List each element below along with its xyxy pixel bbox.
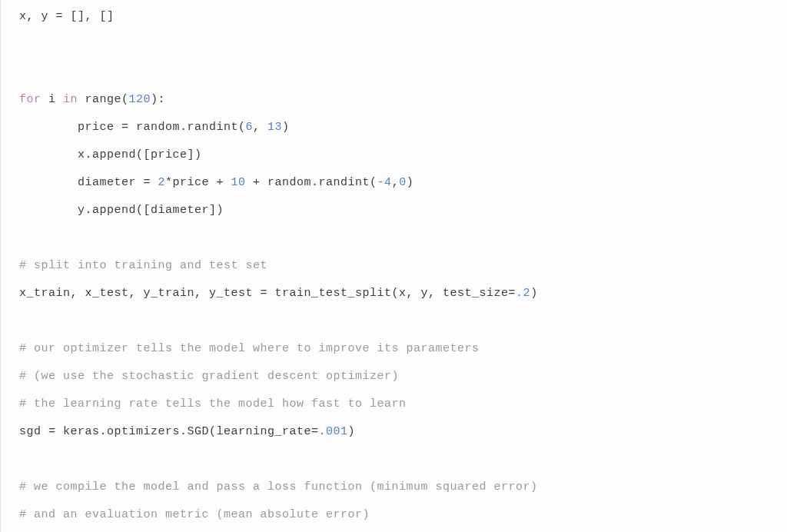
code-line: # the learning rate tells the model how … <box>19 391 787 418</box>
code-token: + random.randint( <box>246 176 377 189</box>
code-token: ) <box>348 425 356 438</box>
code-token: 13 <box>267 121 282 134</box>
code-line: # our optimizer tells the model where to… <box>19 335 787 363</box>
code-token: # the learning rate tells the model how … <box>19 397 407 411</box>
code-line <box>19 308 787 335</box>
code-line: x_train, x_test, y_train, y_test = train… <box>19 280 787 308</box>
code-token: .2 <box>516 287 530 300</box>
code-line: y.append([diameter]) <box>19 197 787 224</box>
code-line <box>19 446 787 474</box>
code-line: # (we use the stochastic gradient descen… <box>19 363 787 391</box>
code-line: diameter = 2*price + 10 + random.randint… <box>19 169 787 197</box>
code-token: ) <box>530 287 538 300</box>
code-line: # we compile the model and pass a loss f… <box>19 474 787 501</box>
code-line: # split into training and test set <box>19 252 787 280</box>
code-token: # and an evaluation metric (mean absolut… <box>19 508 370 521</box>
code-token: ) <box>407 176 414 189</box>
code-token: # our optimizer tells the model where to… <box>19 342 480 355</box>
code-token: 2 <box>158 176 166 189</box>
code-token: # we compile the model and pass a loss f… <box>19 480 538 494</box>
code-line: # and an evaluation metric (mean absolut… <box>19 501 787 529</box>
code-block: x, y = [], [] for i in range(120): price… <box>0 0 787 532</box>
code-line: for i in range(120): <box>19 86 787 114</box>
code-token: -4 <box>377 176 392 189</box>
code-token: # split into training and test set <box>19 259 267 272</box>
code-token: 120 <box>129 93 151 106</box>
code-token: x, y = [], [] <box>19 10 115 23</box>
code-line: x.append([price]) <box>19 141 787 169</box>
code-line <box>19 224 787 252</box>
code-token: *price + <box>165 176 231 189</box>
code-token: 10 <box>231 176 246 189</box>
code-token: x.append([price]) <box>19 148 202 161</box>
code-token: ) <box>282 121 290 134</box>
code-token: i <box>42 93 64 106</box>
code-token: # (we use the stochastic gradient descen… <box>19 370 399 383</box>
code-line <box>19 58 787 86</box>
code-token: , <box>253 121 267 134</box>
code-token: , <box>392 176 400 189</box>
code-line <box>19 31 787 58</box>
code-token: 6 <box>246 121 254 134</box>
code-line: x, y = [], [] <box>19 3 787 31</box>
code-token: x_train, x_test, y_train, y_test = train… <box>19 287 516 300</box>
code-token: price = random.randint( <box>19 121 246 134</box>
code-token: 0 <box>399 176 407 189</box>
code-line: model.compile(optimizer=sgd, loss='mse',… <box>19 529 787 532</box>
code-token: y.append([diameter]) <box>19 204 224 217</box>
code-token: range( <box>78 93 129 106</box>
code-token: ): <box>151 93 165 106</box>
code-token: sgd = keras.optimizers.SGD(learning_rate… <box>19 425 319 438</box>
code-token: diameter = <box>19 176 158 189</box>
code-token: for <box>19 93 42 106</box>
code-token: in <box>63 93 78 106</box>
code-line: sgd = keras.optimizers.SGD(learning_rate… <box>19 418 787 446</box>
code-token: .001 <box>319 425 348 438</box>
code-line: price = random.randint(6, 13) <box>19 114 787 141</box>
